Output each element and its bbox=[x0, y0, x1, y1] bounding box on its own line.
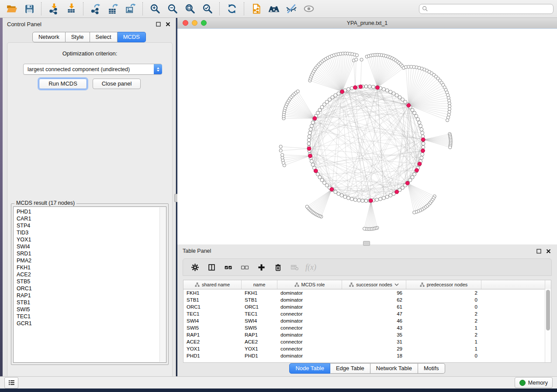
network-graph bbox=[177, 29, 557, 245]
control-panel-title: Control Panel bbox=[7, 21, 42, 28]
import-network-button[interactable] bbox=[45, 1, 62, 16]
column-header-empty[interactable] bbox=[481, 280, 545, 289]
table-cell: connector bbox=[277, 324, 342, 331]
table-cell bbox=[481, 338, 545, 345]
trash-icon bbox=[274, 263, 282, 272]
table-row[interactable]: ACE2ACE2connector311 bbox=[183, 338, 551, 345]
tab-edge-table[interactable]: Edge Table bbox=[330, 363, 370, 374]
mcds-result-list[interactable]: PHD1CAR1STP4TID3YOX1SWI4SRD1PMA2FKH1ACE2… bbox=[13, 206, 166, 363]
new-network-from-selection-button[interactable] bbox=[248, 1, 265, 16]
delete-column-button[interactable] bbox=[270, 260, 285, 274]
tab-node-table[interactable]: Node Table bbox=[289, 363, 330, 374]
close-mcds-panel-button[interactable]: Close panel bbox=[93, 79, 141, 89]
split-pane-handle-horizontal[interactable] bbox=[363, 241, 370, 246]
mcds-result-item[interactable]: ACE2 bbox=[17, 271, 158, 278]
column-header-MCDS-role[interactable]: MCDS role bbox=[277, 280, 342, 289]
mcds-result-item[interactable]: ORC1 bbox=[17, 285, 158, 292]
float-table-panel-button[interactable] bbox=[535, 248, 542, 254]
table-row[interactable]: SWI4SWI4dominator462 bbox=[183, 317, 551, 324]
search-input[interactable] bbox=[430, 5, 550, 12]
table-toolbar: f(x) bbox=[183, 258, 552, 276]
close-table-panel-button[interactable] bbox=[545, 248, 552, 254]
table-row[interactable]: SWI5SWI5connector431 bbox=[183, 324, 551, 331]
open-file-button[interactable] bbox=[3, 1, 20, 16]
table-row[interactable]: YOX1YOX1connector291 bbox=[183, 345, 551, 352]
mcds-result-item[interactable]: YOX1 bbox=[17, 236, 158, 243]
select-all-rows-button[interactable] bbox=[221, 260, 235, 274]
hide-selection-button[interactable] bbox=[283, 1, 300, 16]
save-session-button[interactable] bbox=[21, 1, 38, 16]
zoom-selected-button[interactable] bbox=[199, 1, 216, 16]
binoculars-icon bbox=[268, 3, 280, 14]
close-window-icon[interactable] bbox=[183, 20, 188, 26]
float-panel-button[interactable] bbox=[155, 21, 162, 28]
table-row[interactable]: FKH1FKH1dominator962 bbox=[183, 289, 551, 296]
run-mcds-button[interactable]: Run MCDS bbox=[39, 79, 87, 89]
import-table-button[interactable] bbox=[63, 1, 80, 16]
tab-network-table[interactable]: Network Table bbox=[370, 363, 418, 374]
table-cell: TEC1 bbox=[242, 310, 277, 317]
tab-style[interactable]: Style bbox=[66, 32, 90, 42]
memory-button[interactable]: Memory bbox=[515, 377, 553, 388]
mcds-result-item[interactable]: STP4 bbox=[17, 222, 158, 229]
binoculars-find-button[interactable] bbox=[266, 1, 282, 16]
tab-mcds[interactable]: MCDS bbox=[118, 32, 146, 42]
minimize-window-icon[interactable] bbox=[192, 20, 197, 26]
sort-descending-icon bbox=[394, 283, 399, 286]
table-row[interactable]: PHD1PHD1dominator180 bbox=[183, 352, 551, 359]
zoom-in-button[interactable] bbox=[147, 1, 163, 16]
table-row[interactable]: ORC1ORC1dominator610 bbox=[183, 303, 551, 310]
table-row[interactable]: STB1STB1dominator620 bbox=[183, 296, 551, 303]
column-header-successor-nodes[interactable]: successor nodes bbox=[342, 280, 406, 289]
table-settings-button[interactable] bbox=[187, 260, 202, 274]
column-header-shared-name[interactable]: shared name bbox=[183, 280, 242, 289]
table-scrollbar[interactable] bbox=[545, 289, 551, 362]
scrollbar-thumb[interactable] bbox=[546, 290, 550, 330]
refresh-layout-button[interactable] bbox=[224, 1, 240, 16]
mcds-result-item[interactable]: SWI5 bbox=[17, 306, 158, 313]
result-list-scrollbar[interactable] bbox=[159, 207, 166, 362]
zoom-fit-button[interactable] bbox=[182, 1, 198, 16]
table-row[interactable]: RAP1RAP1dominator352 bbox=[183, 331, 551, 338]
mcds-result-item[interactable]: STB5 bbox=[17, 278, 158, 285]
tab-network[interactable]: Network bbox=[32, 32, 66, 42]
mcds-result-item[interactable]: SRD1 bbox=[17, 250, 158, 257]
column-header-predecessor-nodes[interactable]: predecessor nodes bbox=[406, 280, 481, 289]
column-header-name[interactable]: name bbox=[242, 280, 277, 289]
table-cell: connector bbox=[277, 338, 342, 345]
tab-motifs[interactable]: Motifs bbox=[418, 363, 445, 374]
mcds-result-item[interactable]: PHD1 bbox=[17, 208, 158, 215]
table-row[interactable]: TEC1TEC1connector472 bbox=[183, 310, 551, 317]
search-field bbox=[419, 4, 554, 14]
mcds-result-item[interactable]: TID3 bbox=[17, 229, 158, 236]
optimization-criterion-label: Optimization criterion: bbox=[7, 50, 172, 57]
export-table-button[interactable] bbox=[105, 1, 121, 16]
network-canvas[interactable] bbox=[177, 28, 557, 244]
table-cell: dominator bbox=[277, 289, 342, 296]
mcds-result-item[interactable]: SWI4 bbox=[17, 243, 158, 250]
mcds-result-item[interactable]: TEC1 bbox=[17, 313, 158, 320]
deselect-all-rows-button[interactable] bbox=[237, 260, 252, 274]
mcds-result-item[interactable]: STB1 bbox=[17, 299, 158, 306]
mcds-result-item[interactable]: PMA2 bbox=[17, 257, 158, 264]
node-table: shared namenameMCDS rolesuccessor nodesp… bbox=[183, 280, 551, 363]
show-columns-button[interactable] bbox=[204, 260, 219, 274]
close-panel-button[interactable] bbox=[164, 21, 171, 28]
maximize-window-icon[interactable] bbox=[201, 20, 207, 26]
mcds-result-item[interactable]: CAR1 bbox=[17, 215, 158, 222]
table-cell: STB1 bbox=[183, 296, 242, 303]
table-cell: SWI4 bbox=[242, 317, 277, 324]
tab-select[interactable]: Select bbox=[90, 32, 118, 42]
network-window-titlebar[interactable]: YPA_prune.txt_1 bbox=[177, 18, 557, 29]
export-image-button[interactable] bbox=[122, 1, 139, 16]
mcds-result-item[interactable]: RAP1 bbox=[17, 292, 158, 299]
mcds-result-item[interactable]: GCR1 bbox=[17, 320, 158, 327]
mcds-result-item[interactable]: FKH1 bbox=[17, 264, 158, 271]
toolbar-separator bbox=[142, 2, 143, 15]
optimization-criterion-select[interactable]: largest connected component (undirected) bbox=[23, 64, 162, 75]
zoom-out-button[interactable] bbox=[164, 1, 181, 16]
panel-menu-button[interactable] bbox=[4, 377, 18, 389]
show-all-button[interactable] bbox=[301, 1, 317, 16]
export-network-button[interactable] bbox=[87, 1, 104, 16]
add-column-button[interactable] bbox=[254, 260, 269, 274]
